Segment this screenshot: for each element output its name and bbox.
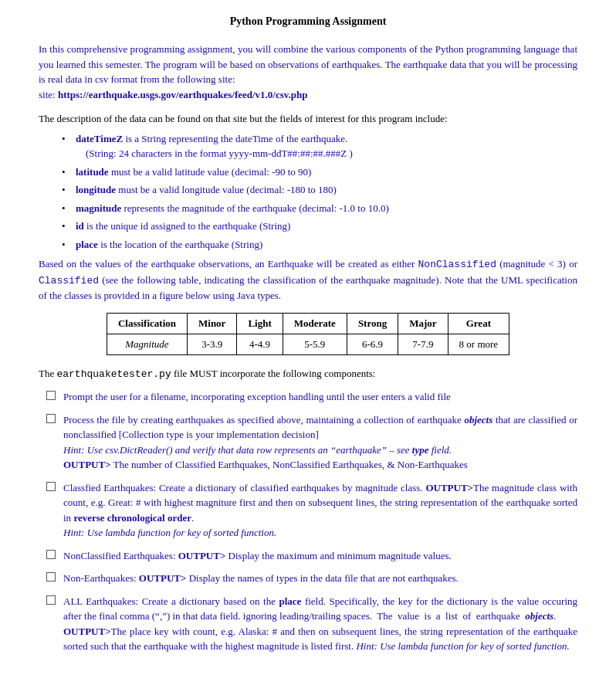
checkbox-5 xyxy=(46,572,56,582)
field-name-id: id xyxy=(76,220,84,232)
requirements-list: Prompt the user for a filename, incorpor… xyxy=(39,389,577,654)
output-5: OUTPUT> xyxy=(139,572,187,584)
checkbox-6 xyxy=(46,595,56,605)
req-text-5: Non-Earthquakes: OUTPUT> Display the nam… xyxy=(63,571,577,586)
output-2: OUTPUT> xyxy=(63,459,111,470)
output-3: OUTPUT> xyxy=(425,482,473,493)
table-cell-light: 4-4.9 xyxy=(237,334,283,354)
table-cell-major: 7-7.9 xyxy=(398,334,448,354)
col-header-light: Light xyxy=(237,313,283,334)
table-cell-great: 8 or more xyxy=(448,334,509,354)
field-name-place: place xyxy=(76,239,98,250)
col-header-classification: Classification xyxy=(107,313,187,334)
col-header-minor: Minor xyxy=(188,313,237,334)
req-text-4: NonClassified Earthquakes: OUTPUT> Displ… xyxy=(63,548,577,564)
field-name-datetime: dateTimeZ xyxy=(76,133,123,144)
classified-mono: Classified xyxy=(39,275,99,287)
requirement-item-2: Process the file by creating earthquakes… xyxy=(46,412,577,473)
field-name-longitude: longitude xyxy=(76,184,116,195)
objects-bold-italic: objects xyxy=(464,414,492,426)
output-6: OUTPUT> xyxy=(63,626,111,637)
intro-paragraph: In this comprehensive programming assign… xyxy=(39,42,577,102)
list-item: id is the unique id assigned to the eart… xyxy=(62,219,577,234)
fields-intro: The description of the data can be found… xyxy=(39,111,577,127)
field-name-latitude: latitude xyxy=(76,166,109,178)
table-cell-minor: 3-3.9 xyxy=(188,334,237,354)
page-title: Python Programming Assignment xyxy=(39,15,577,28)
list-item: dateTimeZ is a String representing the d… xyxy=(62,131,577,161)
hint-2: Hint: Use csv.DictReader() and verify th… xyxy=(63,444,452,456)
place-bold: place xyxy=(279,595,302,607)
reverse-bold: reverse chronological order xyxy=(73,512,191,524)
field-desc-latitude: must be a valid latitude value (decimal:… xyxy=(111,166,312,178)
list-item: place is the location of the earthquake … xyxy=(62,237,577,253)
col-header-major: Major xyxy=(398,313,448,334)
tester-intro-paragraph: The earthquaketester.py file MUST incorp… xyxy=(39,366,577,382)
field-desc-place: is the location of the earthquake (Strin… xyxy=(100,239,262,250)
field-desc-id: is the unique id assigned to the earthqu… xyxy=(86,220,290,232)
intro-link: https://earthquake.usgs.gov/earthquakes/… xyxy=(58,89,308,100)
checkbox-3 xyxy=(46,482,56,491)
classification-paragraph: Based on the values of the earthquake ob… xyxy=(39,256,577,304)
table-cell-strong: 6-6.9 xyxy=(347,334,398,354)
hint-3: Hint: Use lambda function for key of sor… xyxy=(63,527,276,538)
requirement-item-5: Non-Earthquakes: OUTPUT> Display the nam… xyxy=(46,571,577,586)
field-desc-datetime: is a String representing the dateTime of… xyxy=(125,133,347,144)
field-desc-longitude: must be a valid longitude value (decimal… xyxy=(118,184,337,195)
table-cell-magnitude: Magnitude xyxy=(107,334,187,354)
requirement-item-3: Classfied Earthquakes: Create a dictiona… xyxy=(46,480,577,541)
col-header-strong: Strong xyxy=(347,313,398,334)
list-item: latitude must be a valid latitude value … xyxy=(62,164,577,180)
req-text-1: Prompt the user for a filename, incorpor… xyxy=(63,389,577,405)
checkbox-2 xyxy=(46,414,56,423)
field-desc-magnitude: represents the magnitude of the earthqua… xyxy=(124,202,388,214)
objects-bold-6: objects xyxy=(525,610,553,622)
field-extra-datetime: (String: 24 characters in the format yyy… xyxy=(76,148,353,159)
output-4: OUTPUT> xyxy=(178,550,226,561)
req-text-2: Process the file by creating earthquakes… xyxy=(63,412,577,473)
field-name-magnitude: magnitude xyxy=(76,202,121,214)
checkbox-1 xyxy=(46,391,56,400)
col-header-great: Great xyxy=(448,313,509,334)
table-cell-moderate: 5-5.9 xyxy=(283,334,347,354)
requirement-item-6: ALL Earthquakes: Create a dictionary bas… xyxy=(46,594,577,654)
requirement-item-4: NonClassified Earthquakes: OUTPUT> Displ… xyxy=(46,548,577,564)
intro-site-label: site: xyxy=(39,89,58,100)
list-item: longitude must be a valid longitude valu… xyxy=(62,182,577,198)
magnitude-table: Classification Minor Light Moderate Stro… xyxy=(107,313,509,355)
list-item: magnitude represents the magnitude of th… xyxy=(62,201,577,216)
tester-filename: earthquaketester.py xyxy=(56,368,171,380)
nonclassified-mono: NonClassified xyxy=(418,259,496,270)
requirement-item-1: Prompt the user for a filename, incorpor… xyxy=(46,389,577,405)
intro-text: In this comprehensive programming assign… xyxy=(39,43,577,85)
req-text-6: ALL Earthquakes: Create a dictionary bas… xyxy=(63,594,577,654)
checkbox-4 xyxy=(46,550,56,559)
hint-6: Hint: Use lambda function for key of sor… xyxy=(356,640,569,652)
col-header-moderate: Moderate xyxy=(283,313,347,334)
req-text-3: Classfied Earthquakes: Create a dictiona… xyxy=(63,480,577,541)
fields-list: dateTimeZ is a String representing the d… xyxy=(39,131,577,253)
